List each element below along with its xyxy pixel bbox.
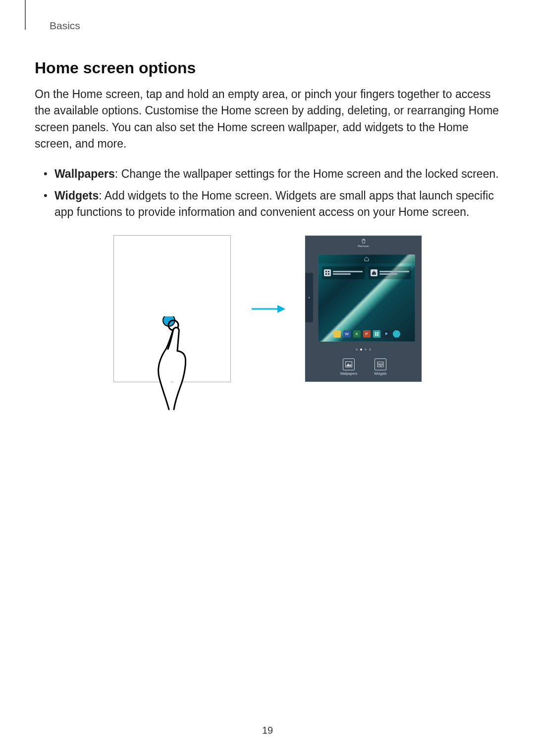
arrow-icon [251, 299, 285, 319]
svg-marker-14 [346, 363, 351, 366]
bullet-list: Wallpapers: Change the wallpaper setting… [35, 166, 500, 220]
grid-icon [324, 269, 331, 276]
svg-rect-16 [377, 365, 380, 367]
svg-marker-12 [385, 332, 388, 335]
panel-prev: + [305, 273, 313, 322]
svg-rect-15 [377, 362, 383, 364]
list-item: Wallpapers: Change the wallpaper setting… [35, 166, 500, 182]
panel-main: W X P [318, 254, 415, 342]
panel-zone: + [305, 251, 422, 345]
bullet-desc: : Change the wallpaper settings for the … [115, 167, 499, 180]
svg-rect-7 [328, 273, 329, 275]
page-indicator [305, 347, 422, 353]
panel-widgets-row [322, 266, 411, 279]
widgets-button: Widgets [374, 358, 386, 375]
home-icon [371, 269, 377, 276]
svg-rect-11 [377, 334, 378, 336]
svg-rect-4 [325, 271, 327, 272]
section-heading: Home screen options [35, 59, 500, 77]
bullet-term: Widgets [54, 189, 99, 202]
bullet-desc: : Add widgets to the Home screen. Widget… [54, 189, 494, 218]
widget-preview [369, 266, 411, 279]
widgets-label: Widgets [374, 372, 386, 375]
dock-app-icon: P [363, 330, 371, 338]
dock-app-icon [373, 330, 380, 338]
dock-app-icon [333, 330, 341, 338]
dock-app-icon: X [353, 330, 361, 338]
figure-home-edit: Remove + [305, 236, 422, 382]
section-intro: On the Home screen, tap and hold an empt… [35, 86, 500, 152]
widgets-icon [374, 358, 386, 370]
remove-label: Remove [358, 245, 369, 248]
remove-target: Remove [305, 236, 422, 251]
dock-app-icon: W [343, 330, 351, 338]
svg-rect-17 [381, 365, 383, 367]
wallpapers-label: Wallpapers [340, 372, 357, 375]
plus-icon: + [308, 296, 310, 300]
breadcrumb: Basics [50, 20, 500, 32]
dock-app-icon [393, 330, 400, 338]
svg-rect-5 [328, 271, 329, 272]
svg-rect-8 [375, 332, 376, 334]
home-icon [364, 256, 369, 261]
top-margin-rule [25, 0, 26, 30]
edit-bottom-bar: Wallpapers Widgets [305, 353, 422, 381]
page-number: 19 [0, 725, 535, 736]
svg-rect-10 [375, 334, 376, 336]
svg-marker-3 [277, 305, 285, 313]
hand-tap-icon [150, 316, 195, 412]
svg-rect-9 [377, 332, 378, 334]
dock-app-icon [383, 330, 390, 338]
picture-icon [343, 358, 355, 370]
panel-home-indicator [318, 254, 415, 263]
figure-tap-hold [113, 235, 231, 382]
widget-preview [322, 266, 365, 279]
svg-rect-6 [325, 273, 327, 275]
trash-icon [361, 239, 366, 245]
wallpapers-button: Wallpapers [340, 358, 357, 375]
list-item: Widgets: Add widgets to the Home screen.… [35, 188, 500, 221]
figure-row: Remove + [35, 235, 500, 382]
bullet-term: Wallpapers [54, 167, 115, 180]
dock: W X P [321, 329, 412, 339]
